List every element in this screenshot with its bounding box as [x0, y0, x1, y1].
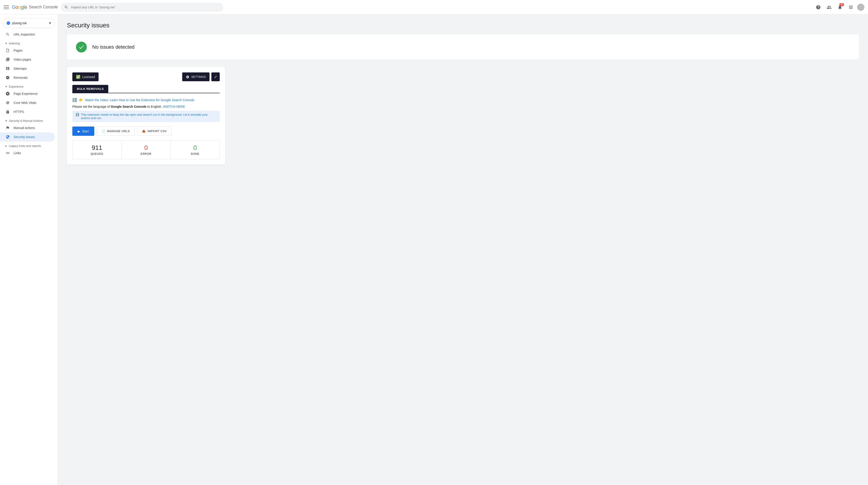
page-title: Security issues	[67, 22, 859, 29]
widget-body: ℹ️ 👉 Watch the Video: Learn How to Use t…	[72, 93, 220, 159]
https-label: HTTPS	[13, 110, 24, 114]
sidebar-section-experience[interactable]: ▾ Experience	[0, 82, 58, 89]
queued-value: 911	[76, 144, 118, 151]
apps-button[interactable]	[846, 3, 855, 12]
apps-icon	[848, 5, 853, 10]
sidebar-section-indexing[interactable]: ▾ Indexing	[0, 39, 58, 46]
sidebar-item-url-inspection[interactable]: URL inspection	[0, 30, 55, 39]
gear-icon	[186, 75, 189, 79]
property-name: ytuong.me	[12, 21, 47, 25]
no-issues-card: No issues detected	[67, 34, 859, 60]
chevron-icon: ▾	[5, 85, 7, 88]
queued-stat: 911 QUEUED	[72, 141, 122, 159]
people-icon	[827, 5, 832, 10]
links-label: Links	[13, 151, 21, 155]
sidebar-item-pages[interactable]: Pages	[0, 46, 55, 55]
sidebar-item-manual-actions[interactable]: Manual actions	[0, 123, 55, 133]
removals-icon	[5, 75, 10, 80]
topbar: Google Search Console 20	[0, 0, 868, 15]
video-icon	[5, 57, 10, 62]
property-icon	[6, 21, 10, 25]
lang-notice: Please set the language of Google Search…	[72, 105, 220, 108]
licensed-label: Licensed	[82, 75, 95, 79]
sidebar: ytuong.me ▾ URL inspection ▾ Indexing Pa…	[0, 15, 58, 485]
sidebar-item-security-issues[interactable]: Security issues	[0, 133, 55, 141]
import-csv-button[interactable]: 📤 IMPORT CSV	[137, 126, 172, 136]
extension-notice: ℹ️ This extension needs to keep the tab …	[72, 111, 220, 122]
pages-label: Pages	[13, 49, 23, 52]
notification-badge: 20	[839, 3, 844, 6]
video-link-row: ℹ️ 👉 Watch the Video: Learn How to Use t…	[72, 98, 220, 102]
widget-buttons: ▶ Start 📄 MANAGE URLS 📤 IMPORT CSV	[72, 126, 220, 136]
legacy-label: Legacy tools and reports	[9, 144, 41, 148]
sidebar-section-legacy[interactable]: ▸ Legacy tools and reports	[0, 141, 58, 148]
notice-text: No issues detected	[92, 44, 134, 50]
expand-icon: ⤢	[214, 75, 217, 79]
layout: ytuong.me ▾ URL inspection ▾ Indexing Pa…	[0, 15, 868, 485]
sidebar-item-sitemaps[interactable]: Sitemaps	[0, 64, 55, 73]
google-logo[interactable]: Google Search Console	[12, 4, 58, 10]
sidebar-item-page-experience[interactable]: Page Experience	[0, 89, 55, 98]
main-content: Security issues No issues detected ✅ Lic…	[58, 15, 868, 485]
topbar-actions: 20	[814, 3, 864, 12]
sitemap-icon	[5, 66, 10, 71]
sidebar-item-links[interactable]: Links	[0, 148, 55, 158]
notifications-button[interactable]: 20	[835, 3, 844, 12]
core-web-vitals-label: Core Web Vitals	[13, 101, 36, 105]
pages-icon	[5, 48, 10, 53]
search-input[interactable]	[71, 5, 220, 9]
manage-urls-button[interactable]: 📄 MANAGE URLS	[97, 126, 135, 136]
info-blue-icon: ℹ️	[75, 113, 79, 116]
sidebar-item-removals[interactable]: Removals	[0, 73, 55, 82]
done-value: 0	[174, 144, 216, 151]
done-label: DONE	[174, 152, 216, 155]
error-value: 0	[125, 144, 167, 151]
manual-actions-label: Manual actions	[13, 126, 35, 130]
error-stat: 0 ERROR	[122, 141, 170, 159]
start-button[interactable]: ▶ Start	[72, 126, 94, 136]
licensed-button[interactable]: ✅ Licensed	[72, 73, 98, 81]
shield-icon	[5, 135, 10, 139]
search-icon	[5, 32, 10, 37]
help-button[interactable]	[814, 3, 823, 12]
play-icon: ▶	[78, 130, 80, 133]
expand-button[interactable]: ⤢	[211, 73, 220, 81]
menu-button[interactable]	[4, 4, 9, 10]
sidebar-item-core-web-vitals[interactable]: Core Web Vitals	[0, 98, 55, 107]
queued-label: QUEUED	[76, 152, 118, 155]
switch-here-link[interactable]: SWITCH HERE	[163, 105, 185, 108]
app-name: Search Console	[29, 5, 58, 9]
flag-icon	[5, 125, 10, 130]
chevron-icon: ▾	[5, 41, 7, 45]
sidebar-item-https[interactable]: HTTPS	[0, 107, 55, 116]
upload-icon: 📤	[142, 130, 146, 133]
widget-actions: SETTINGS ⤢	[182, 73, 220, 81]
settings-button[interactable]: SETTINGS	[182, 73, 210, 81]
search-icon	[64, 5, 68, 9]
url-inspection-label: URL inspection	[13, 33, 35, 36]
extension-widget: ✅ Licensed SETTINGS ⤢ BULK REMO	[67, 67, 225, 165]
sitemaps-label: Sitemaps	[13, 67, 27, 70]
experience-icon	[5, 91, 10, 96]
lock-icon	[5, 110, 10, 114]
chevron-down-icon: ▾	[49, 21, 51, 26]
sidebar-item-video-pages[interactable]: Video pages	[0, 55, 55, 64]
link-icon	[5, 151, 10, 155]
account-switch-button[interactable]	[825, 3, 834, 12]
sidebar-section-security[interactable]: ▾ Security & Manual Actions	[0, 116, 58, 123]
video-link[interactable]: Watch the Video: Learn How to Use the Ex…	[85, 98, 194, 102]
property-selector[interactable]: ytuong.me ▾	[3, 18, 55, 28]
help-icon	[816, 5, 821, 10]
vitals-icon	[5, 101, 10, 105]
error-label: ERROR	[125, 152, 167, 155]
security-issues-label: Security issues	[13, 135, 35, 139]
pointer-icon: 👉	[79, 98, 83, 102]
security-label: Security & Manual Actions	[9, 119, 43, 122]
settings-label: SETTINGS	[191, 75, 206, 79]
shield-check-icon: ✅	[76, 75, 81, 79]
experience-label: Experience	[9, 85, 24, 88]
search-bar[interactable]	[61, 3, 223, 12]
avatar[interactable]	[857, 4, 864, 11]
bulk-tab[interactable]: BULK REMOVALS	[72, 85, 108, 93]
stats-row: 911 QUEUED 0 ERROR 0 DONE	[72, 140, 220, 159]
